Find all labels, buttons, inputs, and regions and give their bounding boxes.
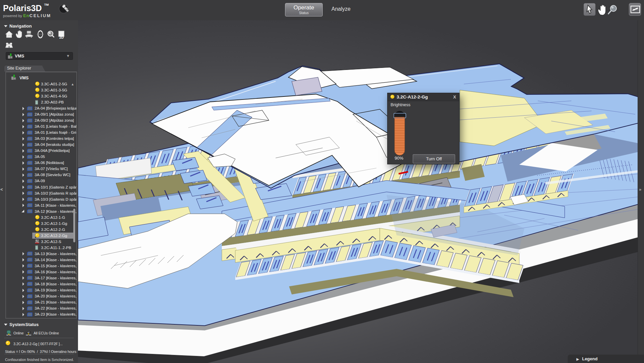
svg-text:2D: 2D (59, 36, 64, 39)
